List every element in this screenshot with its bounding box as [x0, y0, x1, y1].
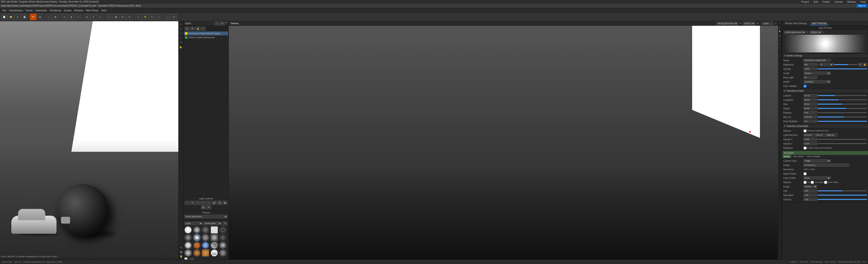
menu-file[interactable]: File [1, 9, 8, 12]
ruler-button[interactable]: 📏 [142, 14, 148, 20]
menu-help[interactable]: Help [859, 0, 867, 3]
menu-window[interactable]: Window [846, 0, 857, 3]
presentation-button[interactable]: ▣ [113, 14, 119, 20]
ri-btn-3[interactable]: 🔍 [778, 30, 782, 33]
light-panel-close[interactable]: ✕ [225, 22, 227, 26]
canvas-plus[interactable]: + [775, 22, 776, 25]
sidebar-move[interactable]: ✛ [179, 27, 183, 31]
light-tb-btn3[interactable]: 🔒 [195, 27, 200, 31]
sidebar-view[interactable]: 👁 [179, 245, 183, 250]
latitude-input[interactable] [804, 94, 817, 97]
image-input[interactable] [804, 164, 849, 167]
stats-button[interactable]: ≡ [97, 14, 103, 20]
light-tb-btn4[interactable]: + [201, 27, 206, 31]
ri-btn-7[interactable]: ≡ [778, 46, 782, 50]
brightness-slider[interactable] [834, 64, 857, 65]
longitude-slider[interactable] [817, 99, 867, 100]
colorprofile-select[interactable]: linear [804, 176, 831, 179]
lfpos-x[interactable] [804, 133, 815, 137]
menu-help-vred[interactable]: Help [100, 9, 108, 12]
highlights-button[interactable]: ✦ [90, 14, 97, 20]
ri-btn-1[interactable]: ↖ [778, 22, 782, 25]
light-tb-btn2[interactable]: 👁 [190, 27, 195, 31]
handley-slider[interactable] [817, 143, 867, 144]
fullscreen-button[interactable]: ⛶ [106, 14, 112, 20]
arealight-input[interactable] [804, 76, 817, 79]
handlex-input[interactable] [804, 138, 817, 141]
falloff-select[interactable]: Quadratic [804, 80, 831, 83]
canvas-rgb-select[interactable]: RGB(A) [743, 22, 755, 25]
light-thumb-0[interactable] [184, 226, 192, 233]
biash-input[interactable] [804, 116, 817, 119]
lfpos-y[interactable] [815, 133, 826, 137]
light-thumb-1[interactable] [193, 226, 200, 233]
light-item-0[interactable]: Fluorescent Single Bulb [drmtag45] [184, 31, 228, 35]
biash-slider[interactable] [817, 117, 867, 118]
lc-delete[interactable]: 🗑 [201, 205, 206, 209]
canvas-viewport[interactable] [229, 26, 778, 260]
menu-window-vred[interactable]: Window [73, 9, 84, 12]
handlex-slider[interactable] [817, 139, 867, 140]
dailymult-slider[interactable] [817, 121, 867, 122]
light-thumb-10[interactable] [184, 242, 192, 249]
lc-scale[interactable]: ⤡ [195, 201, 200, 205]
preview-rgb[interactable]: RGB(A) [809, 31, 822, 34]
adv-rot-checkbox[interactable] [804, 146, 807, 150]
rotation-slider[interactable] [817, 112, 867, 113]
rotation-input[interactable] [804, 111, 817, 114]
soundings-button[interactable]: ◈ [84, 14, 90, 20]
lc-flip-v[interactable]: ↕ [206, 201, 211, 205]
sidebar-light[interactable]: 💡 [179, 255, 183, 259]
light-tb-btn1[interactable]: ☰ [184, 27, 189, 31]
size-input[interactable] [804, 102, 817, 106]
menu-scripts[interactable]: Scripts [63, 9, 73, 12]
menu-visualization[interactable]: Visualization [8, 9, 24, 12]
light-thumb-11[interactable] [193, 242, 200, 249]
invert-checkbox[interactable] [824, 181, 827, 184]
menu-interaction[interactable]: Interaction [34, 9, 49, 12]
transform-button[interactable]: ⟲ [149, 14, 155, 20]
content-tab-master[interactable]: Master [782, 155, 792, 158]
sidebar-camera[interactable]: 📷 [179, 250, 183, 254]
semi-button[interactable]: ◑ [68, 14, 74, 20]
unmultiply-checkbox[interactable] [811, 181, 814, 184]
saturation-input[interactable] [804, 194, 817, 197]
content-tab-valueb[interactable]: Value Blend [792, 155, 805, 158]
render-button[interactable]: ▶ [53, 14, 59, 20]
raytracing-button[interactable]: RT [30, 14, 36, 20]
transform-card-header[interactable]: ▼ Transform (Card) [782, 89, 868, 93]
size-slider[interactable] [817, 104, 867, 105]
light-thumb-18[interactable] [211, 249, 218, 257]
menu-webshops[interactable]: Web Shops [84, 9, 100, 12]
downscale-button[interactable]: ⬚ [46, 14, 52, 20]
opacity-slider[interactable] [817, 68, 867, 69]
lc-unlink[interactable]: ⛓ [217, 201, 222, 205]
lights-type-select[interactable]: Lights [184, 222, 203, 225]
light-thumb-19[interactable] [219, 249, 226, 257]
content-tab-alpha[interactable]: Alpha Multiplier [805, 155, 822, 158]
sidebar-scale[interactable]: ⤡ [179, 36, 183, 40]
hue-input[interactable] [804, 189, 817, 192]
content-section-header[interactable]: ▼ Content [782, 151, 868, 155]
maintain-ref-checkbox[interactable] [804, 129, 807, 132]
aspect-checkbox[interactable] [804, 172, 807, 175]
menu-project[interactable]: Project [800, 0, 810, 3]
light-thumb-2[interactable] [202, 226, 209, 233]
gamma-slider[interactable] [817, 199, 867, 200]
light-thumb-13[interactable] [211, 242, 218, 249]
brightness-reset[interactable]: ↺ [858, 63, 862, 66]
brightness-select[interactable]: lx [820, 63, 833, 66]
light-thumb-4[interactable] [219, 226, 226, 233]
lc-move[interactable]: ↔ [185, 201, 190, 205]
canvas-colorspace-select[interactable]: sRGB (gbMonitor) [717, 22, 738, 25]
ri-btn-4[interactable]: ⊕ [778, 34, 782, 37]
longitude-input[interactable] [804, 98, 817, 101]
light-thumb-5[interactable] [184, 234, 192, 241]
zoomto-button[interactable]: ⊕ [126, 14, 133, 20]
camvis-checkbox[interactable] [804, 85, 807, 88]
light-thumb-15[interactable] [184, 249, 192, 257]
flip-checkbox[interactable] [804, 181, 807, 184]
brightness-input[interactable] [804, 63, 817, 66]
ri-btn-2[interactable]: ⬡ [778, 26, 782, 29]
imagesrc-select[interactable]: Source [804, 185, 817, 188]
